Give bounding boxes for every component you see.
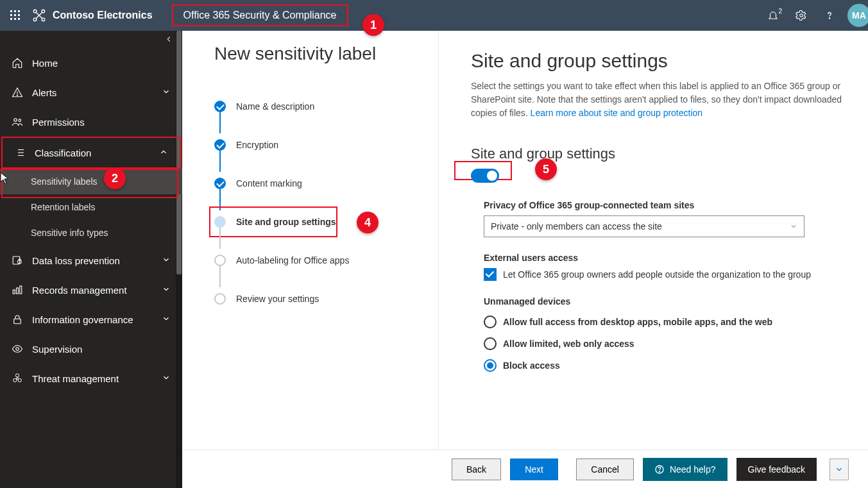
svg-point-37 [659,471,660,471]
radio-input[interactable] [484,316,497,328]
learn-more-link[interactable]: Learn more about site and group protecti… [531,108,703,118]
sidebar-sub-sensitive-info-types[interactable]: Sensitive info types [0,220,182,246]
app-name[interactable]: Office 365 Security & Compliance [172,4,348,26]
radio-full-access[interactable]: Allow full access from desktop apps, mob… [484,316,842,328]
sub-heading: Site and group settings [471,146,842,162]
section-description: Select the settings you want to take eff… [471,80,842,120]
sidebar-item-label: Data loss prevention [32,255,120,266]
privacy-label: Privacy of Office 365 group-connected te… [484,200,842,210]
svg-point-13 [800,14,803,17]
sidebar-item-dlp[interactable]: Data loss prevention [0,246,182,275]
svg-point-14 [829,18,830,19]
footer-expand-button[interactable] [830,459,849,480]
site-group-toggle[interactable] [471,169,499,183]
help-icon[interactable] [819,5,840,26]
svg-point-32 [17,378,19,380]
privacy-select-value: Private - only members can access the si… [491,221,662,231]
give-feedback-button[interactable]: Give feedback [736,458,817,481]
step-label: Encryption [236,140,278,150]
avatar[interactable]: MA [847,4,868,27]
sidebar-item-label: Records management [32,285,127,296]
step-review[interactable]: Review your settings [214,280,438,318]
next-button[interactable]: Next [510,459,558,480]
help-circle-icon [654,464,665,475]
radio-block-access[interactable]: Block access [484,359,842,372]
radio-label: Allow limited, web only access [503,339,634,349]
sidebar-sub-retention-labels[interactable]: Retention labels [0,194,182,220]
chevron-down-icon [162,285,171,296]
page-title: New sensitivity label [214,44,438,64]
app-launcher-icon[interactable] [5,5,26,26]
biohazard-icon [12,373,23,384]
chevron-up-icon [159,147,168,158]
step-label: Auto-labeling for Office apps [236,255,349,265]
sidebar-item-permissions[interactable]: Permissions [0,107,182,137]
settings-icon[interactable] [791,5,812,26]
sidebar-collapse-button[interactable] [0,31,182,48]
svg-point-12 [42,18,45,21]
cancel-button[interactable]: Cancel [576,459,634,480]
sidebar-item-supervision[interactable]: Supervision [0,334,182,364]
external-access-checkbox[interactable] [484,268,497,281]
radio-label: Block access [503,360,560,371]
sidebar: Home Alerts Permissions 2 Classification… [0,31,182,488]
alert-icon [12,87,23,98]
home-icon [12,57,23,69]
need-help-button[interactable]: Need help? [643,458,728,481]
chevron-down-icon [162,373,171,384]
radio-label: Allow full access from desktop apps, mob… [503,317,772,327]
step-content-marking[interactable]: Content marking [214,164,438,203]
sidebar-item-threat[interactable]: Threat management [0,364,182,393]
radio-limited-access[interactable]: Allow limited, web only access [484,337,842,350]
svg-rect-27 [13,290,15,294]
sidebar-item-label: Threat management [32,373,119,384]
external-access-text: Let Office 365 group owners add people o… [503,269,811,280]
step-site-group-settings[interactable]: Site and group settings [214,203,438,241]
step-auto-labeling[interactable]: Auto-labeling for Office apps [214,241,438,280]
sidebar-item-label: Permissions [32,117,85,128]
radio-input[interactable] [484,337,497,350]
svg-point-18 [19,119,21,122]
step-encryption[interactable]: Encryption [214,126,438,164]
header-bar: Contoso Electronics Office 365 Security … [0,0,868,31]
step-label: Content marking [236,178,302,189]
callout-4: 4 [357,212,379,233]
callout-2: 2 [104,167,126,189]
sidebar-item-classification[interactable]: Classification [1,137,181,169]
svg-rect-29 [20,286,22,294]
callout-5: 5 [535,158,557,180]
classification-icon [14,147,26,158]
chevron-down-icon [162,314,171,325]
notifications-icon[interactable]: 2 [763,5,783,26]
sidebar-item-records[interactable]: Records management [0,275,182,305]
sidebar-item-alerts[interactable]: Alerts [0,78,182,107]
eye-icon [12,343,23,355]
step-label: Site and group settings [236,217,336,227]
svg-point-35 [18,378,21,382]
step-name-description[interactable]: Name & description [214,87,438,126]
svg-rect-4 [14,14,16,16]
wizard-footer: Back Next Cancel Need help? Give feedbac… [182,450,868,488]
org-logo-icon [32,8,46,22]
external-access-checkbox-row[interactable]: Let Office 365 group owners add people o… [484,268,842,281]
svg-point-11 [33,18,37,21]
sidebar-sub-sensitivity-labels[interactable]: Sensitivity labels [0,169,182,194]
external-access-label: External users access [484,253,842,263]
callout-1: 1 [362,14,384,36]
sidebar-item-label: Classification [35,147,91,158]
svg-rect-3 [10,14,12,16]
people-icon [12,116,23,128]
org-logo-area[interactable]: Contoso Electronics [32,8,153,22]
svg-rect-30 [14,319,21,324]
svg-rect-7 [14,18,16,20]
org-name: Contoso Electronics [53,10,153,21]
back-button[interactable]: Back [452,459,501,480]
svg-rect-0 [10,10,12,12]
sidebar-item-home[interactable]: Home [0,48,182,78]
chevron-down-icon [790,223,797,230]
radio-input[interactable] [484,359,497,372]
main-content: New sensitivity label Name & description… [182,31,868,488]
sidebar-item-info-governance[interactable]: Information governance [0,305,182,334]
svg-point-17 [14,119,17,122]
privacy-select[interactable]: Private - only members can access the si… [484,215,804,237]
